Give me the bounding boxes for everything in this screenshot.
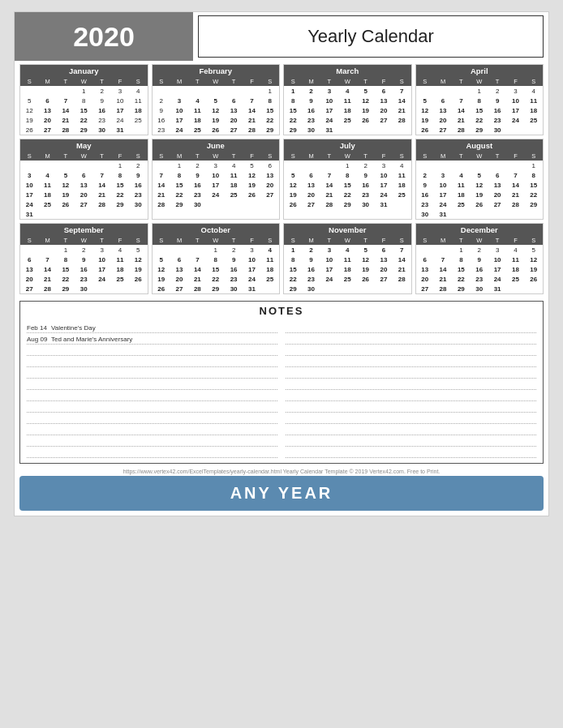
cal-day: 16	[471, 264, 488, 274]
cal-day: 5	[207, 96, 225, 105]
day-header-label: S	[393, 152, 410, 161]
cal-day: 11	[393, 170, 410, 180]
cal-day: 19	[356, 105, 374, 115]
cal-day: 24	[506, 115, 524, 125]
day-header-label: T	[92, 77, 110, 86]
footer-url: https://www.vertex42.com/ExcelTemplates/…	[15, 467, 548, 476]
cal-day: 8	[471, 96, 488, 105]
cal-day: 6	[434, 96, 452, 105]
day-header-label: T	[92, 236, 110, 245]
cal-day: 18	[188, 115, 206, 125]
cal-day: 2	[471, 245, 488, 255]
month-block-december: DecemberSMTWTFS0012345678910111213141516…	[415, 223, 544, 294]
cal-day: 7	[243, 96, 260, 105]
cal-day: 22	[338, 190, 356, 199]
cal-day: 1	[452, 245, 470, 255]
day-header-label: S	[153, 152, 170, 161]
cal-day: 7	[452, 96, 470, 105]
day-headers: SMTWTFS	[20, 77, 148, 86]
cal-day: 0	[225, 86, 243, 96]
day-header-label: S	[153, 236, 170, 245]
cal-grid: 0001234567891011121314151617181920212223…	[284, 161, 411, 209]
cal-day: 1	[471, 86, 488, 96]
cal-day: 8	[284, 255, 302, 264]
cal-day: 12	[153, 264, 170, 274]
cal-day: 10	[375, 170, 393, 180]
cal-day: 8	[525, 170, 543, 180]
cal-day: 24	[207, 190, 225, 199]
cal-day: 0	[452, 161, 470, 170]
cal-day: 17	[320, 264, 338, 274]
cal-day: 30	[225, 284, 243, 293]
cal-day: 29	[525, 199, 543, 209]
cal-day: 26	[356, 115, 374, 125]
cal-day: 22	[111, 190, 129, 199]
cal-day: 3	[111, 86, 129, 96]
cal-day: 1	[207, 245, 225, 255]
day-header-label: T	[452, 236, 470, 245]
cal-day: 3	[243, 245, 260, 255]
day-header-label: S	[525, 236, 543, 245]
cal-day: 9	[188, 170, 206, 180]
cal-day: 13	[375, 96, 393, 105]
cal-day: 29	[57, 284, 75, 293]
cal-day: 29	[338, 199, 356, 209]
cal-day: 21	[434, 274, 452, 284]
cal-day: 29	[261, 125, 279, 135]
cal-day: 10	[506, 96, 524, 105]
cal-day: 0	[207, 86, 225, 96]
cal-day: 0	[434, 86, 452, 96]
month-block-october: OctoberSMTWTFS00012345678910111213141516…	[152, 223, 281, 294]
cal-day: 2	[302, 245, 320, 255]
day-header-label: T	[57, 77, 75, 86]
day-header-label: T	[320, 77, 338, 86]
day-header-label: T	[488, 77, 506, 86]
cal-day: 21	[393, 264, 410, 274]
cal-day: 2	[129, 161, 147, 170]
cal-day: 21	[320, 190, 338, 199]
footer-banner[interactable]: ANY YEAR	[19, 476, 544, 511]
cal-day: 20	[375, 264, 393, 274]
calendar-row: JanuarySMTWTFS00012345678910111213141516…	[19, 64, 544, 135]
calendar-row: MaySMTWTFS000001234567891011121314151617…	[19, 139, 544, 220]
cal-day: 28	[393, 115, 410, 125]
cal-day: 3	[506, 86, 524, 96]
cal-day: 30	[356, 199, 374, 209]
cal-day: 28	[434, 284, 452, 293]
cal-day: 23	[302, 115, 320, 125]
cal-day: 22	[207, 274, 225, 284]
cal-day: 14	[434, 264, 452, 274]
cal-day: 3	[92, 245, 110, 255]
cal-day: 31	[375, 199, 393, 209]
cal-day: 27	[170, 284, 188, 293]
cal-day: 23	[416, 199, 434, 209]
cal-grid: 0000012345678910111213141516171819202122…	[20, 161, 148, 219]
cal-day: 17	[111, 105, 129, 115]
cal-day: 31	[111, 125, 129, 135]
cal-day: 25	[38, 199, 56, 209]
day-header-label: F	[506, 236, 524, 245]
day-header-label: F	[243, 236, 260, 245]
cal-day: 24	[243, 274, 260, 284]
cal-day: 5	[57, 170, 75, 180]
cal-day: 20	[225, 115, 243, 125]
cal-day: 5	[129, 245, 147, 255]
day-header-label: S	[129, 236, 147, 245]
cal-day: 5	[356, 245, 374, 255]
cal-day: 8	[207, 255, 225, 264]
cal-day: 1	[284, 245, 302, 255]
cal-day: 24	[111, 115, 129, 125]
cal-day: 24	[434, 199, 452, 209]
cal-day: 31	[434, 209, 452, 219]
note-line: Feb 14Valentine's Day	[27, 322, 277, 333]
month-header: October	[153, 224, 280, 236]
cal-day: 27	[20, 284, 38, 293]
cal-day: 12	[525, 255, 543, 264]
cal-day: 0	[38, 245, 56, 255]
cal-day: 4	[525, 86, 543, 96]
cal-day: 12	[207, 105, 225, 115]
cal-day: 21	[243, 115, 260, 125]
cal-day: 29	[284, 284, 302, 293]
cal-day: 8	[261, 96, 279, 105]
day-header-label: T	[320, 236, 338, 245]
